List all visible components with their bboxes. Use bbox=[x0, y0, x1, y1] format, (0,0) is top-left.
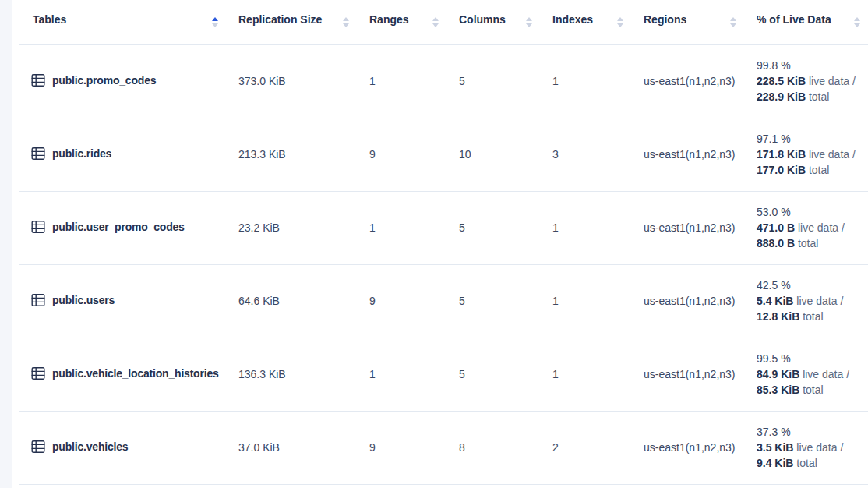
column-header-label: Replication Size bbox=[238, 13, 322, 30]
table-name-cell: public.user_promo_codes bbox=[19, 191, 226, 264]
total-data-size: 85.3 KiB total bbox=[757, 382, 860, 398]
ranges-cell: 1 bbox=[357, 191, 446, 264]
column-header-live-data[interactable]: % of Live Data bbox=[744, 0, 868, 44]
tables-list-panel: Tables Replication Size Ranges bbox=[12, 0, 868, 488]
columns-cell: 8 bbox=[446, 411, 540, 484]
table-name-cell: public.promo_codes bbox=[19, 44, 226, 118]
live-data-size: 84.9 KiB live data / bbox=[757, 366, 860, 382]
table-name: public.promo_codes bbox=[52, 74, 156, 87]
table-row[interactable]: public.vehicles 37.0 KiB 9 8 2 us-east1(… bbox=[19, 411, 868, 484]
replication-size-cell: 213.3 KiB bbox=[226, 118, 357, 191]
total-data-size: 12.8 KiB total bbox=[757, 309, 860, 324]
sort-icon bbox=[343, 17, 349, 27]
live-data-size: 5.4 KiB live data / bbox=[757, 293, 860, 309]
indexes-cell: 1 bbox=[540, 44, 631, 118]
table-name-cell: public.vehicle_location_histories bbox=[19, 338, 226, 411]
sort-asc-icon bbox=[212, 17, 218, 27]
column-header-replication-size[interactable]: Replication Size bbox=[226, 0, 357, 44]
live-data-size: 471.0 B live data / bbox=[757, 220, 860, 235]
column-header-columns[interactable]: Columns bbox=[446, 0, 540, 44]
total-data-size: 228.9 KiB total bbox=[757, 89, 860, 104]
table-row[interactable]: public.users 64.6 KiB 9 5 1 us-east1(n1,… bbox=[19, 264, 868, 338]
live-data-percent: 99.5 % bbox=[757, 351, 860, 366]
columns-cell: 10 bbox=[446, 118, 540, 191]
table-row[interactable]: public.promo_codes 373.0 KiB 1 5 1 us-ea… bbox=[19, 44, 868, 118]
indexes-cell: 1 bbox=[540, 338, 631, 411]
table-icon bbox=[31, 73, 45, 87]
table-name-cell: public.vehicles bbox=[19, 411, 226, 484]
columns-cell: 5 bbox=[446, 44, 540, 118]
table-name-link[interactable]: public.user_promo_codes bbox=[31, 220, 185, 234]
table-header-row: Tables Replication Size Ranges bbox=[19, 0, 868, 44]
table-icon bbox=[31, 147, 45, 161]
table-name: public.user_promo_codes bbox=[52, 221, 185, 233]
sort-icon bbox=[526, 17, 532, 27]
regions-cell: us-east1(n1,n2,n3) bbox=[631, 338, 744, 411]
total-data-size: 177.0 KiB total bbox=[757, 162, 860, 178]
live-data-cell: 99.8 % 228.5 KiB live data / 228.9 KiB t… bbox=[744, 44, 868, 118]
live-data-size: 171.8 KiB live data / bbox=[757, 147, 860, 162]
columns-cell: 5 bbox=[446, 191, 540, 264]
table-name: public.vehicle_location_histories bbox=[52, 367, 219, 380]
column-header-label: Columns bbox=[459, 13, 506, 30]
column-header-label: Indexes bbox=[552, 13, 593, 30]
table-icon bbox=[31, 366, 45, 380]
indexes-cell: 1 bbox=[540, 191, 631, 264]
table-icon bbox=[31, 220, 45, 234]
live-data-percent: 53.0 % bbox=[757, 204, 860, 220]
ranges-cell: 1 bbox=[357, 338, 446, 411]
live-data-percent: 99.8 % bbox=[757, 58, 860, 73]
sort-icon bbox=[617, 17, 623, 27]
columns-cell: 5 bbox=[446, 338, 540, 411]
column-header-ranges[interactable]: Ranges bbox=[357, 0, 446, 44]
column-header-label: Ranges bbox=[369, 13, 409, 30]
sort-icon bbox=[854, 17, 860, 27]
table-icon bbox=[31, 293, 45, 307]
column-header-label: Tables bbox=[33, 13, 66, 30]
table-row[interactable]: public.vehicle_location_histories 136.3 … bbox=[19, 338, 868, 411]
table-row[interactable]: public.user_promo_codes 23.2 KiB 1 5 1 u… bbox=[19, 191, 868, 264]
table-name-cell: public.users bbox=[19, 264, 226, 338]
table-name-link[interactable]: public.vehicles bbox=[31, 440, 128, 454]
table-name-link[interactable]: public.users bbox=[31, 293, 115, 307]
ranges-cell: 1 bbox=[357, 44, 446, 118]
table-name-link[interactable]: public.rides bbox=[31, 147, 111, 161]
table-name-cell: public.rides bbox=[19, 118, 226, 191]
column-header-label: Regions bbox=[644, 13, 686, 30]
indexes-cell: 1 bbox=[540, 264, 631, 338]
columns-cell: 5 bbox=[446, 264, 540, 338]
column-header-indexes[interactable]: Indexes bbox=[540, 0, 631, 44]
table-name-link[interactable]: public.vehicle_location_histories bbox=[31, 366, 219, 380]
table-icon bbox=[31, 440, 45, 454]
table-name: public.vehicles bbox=[52, 440, 128, 453]
live-data-cell: 97.1 % 171.8 KiB live data / 177.0 KiB t… bbox=[744, 118, 868, 191]
live-data-percent: 42.5 % bbox=[757, 278, 860, 293]
column-header-label: % of Live Data bbox=[757, 13, 831, 30]
sort-icon bbox=[432, 17, 439, 27]
regions-cell: us-east1(n1,n2,n3) bbox=[631, 264, 744, 338]
column-header-tables[interactable]: Tables bbox=[19, 0, 226, 44]
sort-icon bbox=[730, 17, 736, 27]
indexes-cell: 2 bbox=[540, 411, 631, 484]
replication-size-cell: 136.3 KiB bbox=[226, 338, 357, 411]
live-data-cell: 37.3 % 3.5 KiB live data / 9.4 KiB total bbox=[744, 411, 868, 484]
tables-table-wrap: Tables Replication Size Ranges bbox=[19, 0, 868, 485]
column-header-regions[interactable]: Regions bbox=[631, 0, 744, 44]
indexes-cell: 3 bbox=[540, 118, 631, 191]
live-data-cell: 42.5 % 5.4 KiB live data / 12.8 KiB tota… bbox=[744, 264, 868, 338]
replication-size-cell: 373.0 KiB bbox=[226, 44, 357, 118]
live-data-cell: 99.5 % 84.9 KiB live data / 85.3 KiB tot… bbox=[744, 338, 868, 411]
table-row[interactable]: public.rides 213.3 KiB 9 10 3 us-east1(n… bbox=[19, 118, 868, 191]
table-name-link[interactable]: public.promo_codes bbox=[31, 73, 156, 87]
regions-cell: us-east1(n1,n2,n3) bbox=[631, 118, 744, 191]
regions-cell: us-east1(n1,n2,n3) bbox=[631, 191, 744, 264]
total-data-size: 9.4 KiB total bbox=[757, 455, 860, 471]
live-data-cell: 53.0 % 471.0 B live data / 888.0 B total bbox=[744, 191, 868, 264]
ranges-cell: 9 bbox=[357, 264, 446, 338]
total-data-size: 888.0 B total bbox=[757, 235, 860, 251]
regions-cell: us-east1(n1,n2,n3) bbox=[631, 411, 744, 484]
live-data-percent: 37.3 % bbox=[757, 424, 860, 440]
table-name: public.rides bbox=[52, 147, 111, 160]
ranges-cell: 9 bbox=[357, 411, 446, 484]
table-name: public.users bbox=[52, 294, 115, 306]
